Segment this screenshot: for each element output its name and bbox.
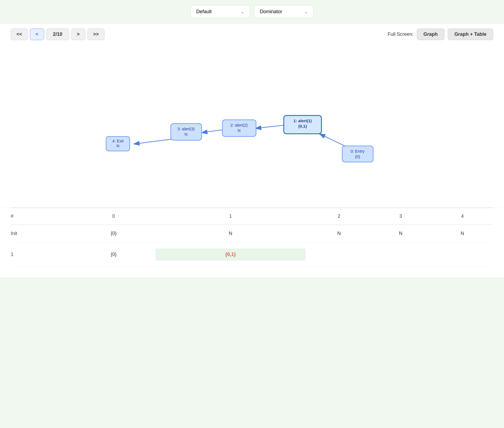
- row-init-col0: {0}: [74, 225, 153, 243]
- col-3: 3: [370, 208, 432, 225]
- top-bar: Default ⌄ Dominator ⌄: [0, 0, 504, 23]
- chevron-down-icon: ⌄: [304, 10, 308, 14]
- last-page-button[interactable]: >>: [88, 29, 104, 40]
- row-init-col2: N: [308, 225, 370, 243]
- row-init-col1: N: [153, 225, 308, 243]
- row-init-col4: N: [432, 225, 493, 243]
- graph-svg: 0: Entry {0} 1: alert(1) {0,1} 2: alert(…: [5, 50, 499, 201]
- graph-table-fullscreen-button[interactable]: Graph + Table: [448, 29, 493, 40]
- node-4-value: N: [117, 143, 120, 148]
- fullscreen-section: Full Screen: Graph Graph + Table: [388, 29, 493, 40]
- node-0-value: {0}: [355, 154, 360, 159]
- default-dropdown-value: Default: [196, 9, 212, 15]
- edge-2-3: [201, 130, 223, 133]
- edge-1-2: [255, 125, 284, 128]
- node-4-label: 4: Exit: [112, 139, 124, 143]
- edge-3-4: [134, 139, 172, 144]
- prev-page-button[interactable]: <: [30, 29, 44, 40]
- col-2: 2: [308, 208, 370, 225]
- node-3-value: N: [185, 132, 188, 136]
- fullscreen-label: Full Screen:: [388, 31, 414, 37]
- node-2-label: 2: alert(2): [230, 123, 248, 127]
- next-page-button[interactable]: >: [71, 29, 86, 40]
- row-1-col1: {0,1}: [153, 243, 308, 267]
- dominator-dropdown[interactable]: Dominator ⌄: [254, 5, 313, 18]
- row-1-col3: [370, 243, 432, 267]
- graph-area: 0: Entry {0} 1: alert(1) {0,1} 2: alert(…: [0, 45, 504, 208]
- table-header-row: # 0 1 2 3 4: [11, 208, 493, 225]
- node-1-label: 1: alert(1): [293, 118, 312, 123]
- row-1-col2: [308, 243, 370, 267]
- node-0[interactable]: [342, 146, 373, 162]
- col-hash: #: [11, 208, 74, 225]
- node-2-value: N: [238, 128, 241, 133]
- row-1-col0: {0}: [74, 243, 153, 267]
- table-section: # 0 1 2 3 4 Init {0} N N N N 1 {0} {: [0, 208, 504, 278]
- page-indicator: 2/10: [46, 29, 69, 40]
- row-init-col3: N: [370, 225, 432, 243]
- table-row: Init {0} N N N N: [11, 225, 493, 243]
- col-0: 0: [74, 208, 153, 225]
- chevron-down-icon: ⌄: [241, 10, 244, 14]
- highlighted-cell: {0,1}: [156, 248, 306, 261]
- graph-fullscreen-button[interactable]: Graph: [417, 29, 444, 40]
- row-1-col4: [432, 243, 493, 267]
- col-4: 4: [432, 208, 493, 225]
- nav-bar: << < 2/10 > >> Full Screen: Graph Graph …: [0, 23, 504, 45]
- row-label-init: Init: [11, 225, 74, 243]
- default-dropdown[interactable]: Default ⌄: [191, 5, 250, 18]
- table-row: 1 {0} {0,1}: [11, 243, 493, 267]
- col-1: 1: [153, 208, 308, 225]
- node-3-label: 3: alert(3): [177, 127, 195, 131]
- data-table: # 0 1 2 3 4 Init {0} N N N N 1 {0} {: [11, 208, 493, 267]
- dominator-dropdown-value: Dominator: [260, 9, 282, 15]
- node-1-value: {0,1}: [298, 124, 307, 128]
- node-0-label: 0: Entry: [351, 149, 365, 153]
- first-page-button[interactable]: <<: [11, 29, 28, 40]
- row-label-1: 1: [11, 243, 74, 267]
